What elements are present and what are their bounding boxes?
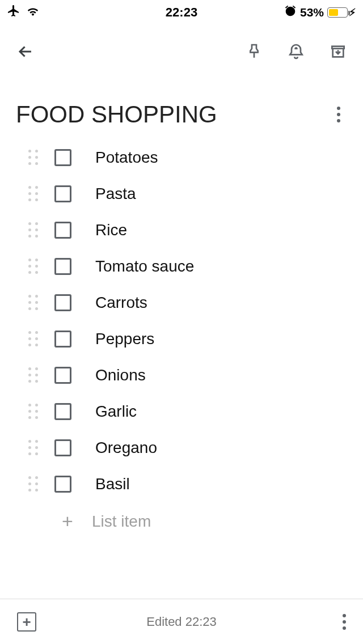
drag-handle-icon[interactable] bbox=[28, 367, 39, 383]
more-options-button[interactable] bbox=[337, 107, 340, 122]
list-item[interactable]: Pasta bbox=[0, 176, 363, 212]
list-item[interactable]: Peppers bbox=[0, 321, 363, 357]
bottom-toolbar: + Edited 22:23 bbox=[0, 599, 363, 644]
list-item-label[interactable]: Garlic bbox=[95, 402, 137, 421]
battery-percent: 53% bbox=[300, 6, 324, 19]
list-item[interactable]: Rice bbox=[0, 212, 363, 248]
drag-handle-icon[interactable] bbox=[28, 259, 39, 274]
list-item-label[interactable]: Carrots bbox=[95, 294, 147, 312]
archive-button[interactable] bbox=[329, 43, 347, 61]
edited-timestamp: Edited 22:23 bbox=[146, 615, 217, 629]
note-title[interactable]: FOOD SHOPPING bbox=[16, 101, 217, 128]
list-item[interactable]: Onions bbox=[0, 357, 363, 393]
drag-handle-icon[interactable] bbox=[28, 331, 39, 347]
checkbox[interactable] bbox=[54, 403, 71, 420]
drag-handle-icon[interactable] bbox=[28, 295, 39, 311]
checkbox[interactable] bbox=[54, 367, 71, 384]
plus-box-icon: + bbox=[22, 615, 31, 629]
list-item-label[interactable]: Potatoes bbox=[95, 149, 158, 167]
checkbox[interactable] bbox=[54, 222, 71, 239]
drag-handle-icon[interactable] bbox=[28, 150, 39, 166]
list-item-label[interactable]: Pasta bbox=[95, 185, 136, 203]
status-time: 22:23 bbox=[166, 5, 197, 20]
drag-handle-icon[interactable] bbox=[28, 186, 39, 202]
new-item-placeholder: List item bbox=[92, 512, 151, 531]
list-item[interactable]: Oregano bbox=[0, 430, 363, 466]
checkbox[interactable] bbox=[54, 439, 71, 456]
drag-handle-icon[interactable] bbox=[28, 222, 39, 238]
add-content-button[interactable]: + bbox=[17, 612, 36, 632]
checkbox[interactable] bbox=[54, 185, 71, 202]
checkbox[interactable] bbox=[54, 294, 71, 311]
plus-icon: + bbox=[59, 510, 76, 532]
battery-icon: ⚡︎ bbox=[327, 6, 356, 19]
list-item-label[interactable]: Onions bbox=[95, 366, 146, 384]
back-button[interactable] bbox=[16, 42, 35, 61]
checklist: PotatoesPastaRiceTomato sauceCarrotsPepp… bbox=[0, 134, 363, 502]
reminder-button[interactable] bbox=[287, 43, 305, 61]
list-item[interactable]: Carrots bbox=[0, 285, 363, 321]
list-item-label[interactable]: Oregano bbox=[95, 439, 157, 457]
list-item[interactable]: Potatoes bbox=[0, 139, 363, 176]
status-bar: 22:23 53% ⚡︎ bbox=[0, 0, 363, 25]
list-item[interactable]: Basil bbox=[0, 466, 363, 502]
list-item[interactable]: Tomato sauce bbox=[0, 248, 363, 285]
wifi-icon bbox=[26, 5, 40, 20]
list-item-label[interactable]: Rice bbox=[95, 221, 127, 239]
alarm-icon bbox=[284, 5, 297, 20]
checkbox[interactable] bbox=[54, 258, 71, 275]
checkbox[interactable] bbox=[54, 149, 71, 166]
bottom-more-button[interactable] bbox=[343, 614, 346, 630]
checkbox[interactable] bbox=[54, 331, 71, 348]
drag-handle-icon[interactable] bbox=[28, 440, 39, 456]
drag-handle-icon[interactable] bbox=[28, 404, 39, 420]
pin-button[interactable] bbox=[245, 43, 263, 61]
drag-handle-icon[interactable] bbox=[28, 476, 39, 492]
airplane-mode-icon bbox=[7, 4, 20, 21]
checkbox[interactable] bbox=[54, 476, 71, 493]
app-toolbar bbox=[0, 25, 363, 67]
list-item-label[interactable]: Basil bbox=[95, 475, 130, 493]
list-item-label[interactable]: Tomato sauce bbox=[95, 257, 194, 276]
svg-rect-0 bbox=[332, 46, 344, 49]
add-list-item[interactable]: + List item bbox=[0, 502, 363, 540]
list-item[interactable]: Garlic bbox=[0, 393, 363, 430]
list-item-label[interactable]: Peppers bbox=[95, 330, 154, 348]
